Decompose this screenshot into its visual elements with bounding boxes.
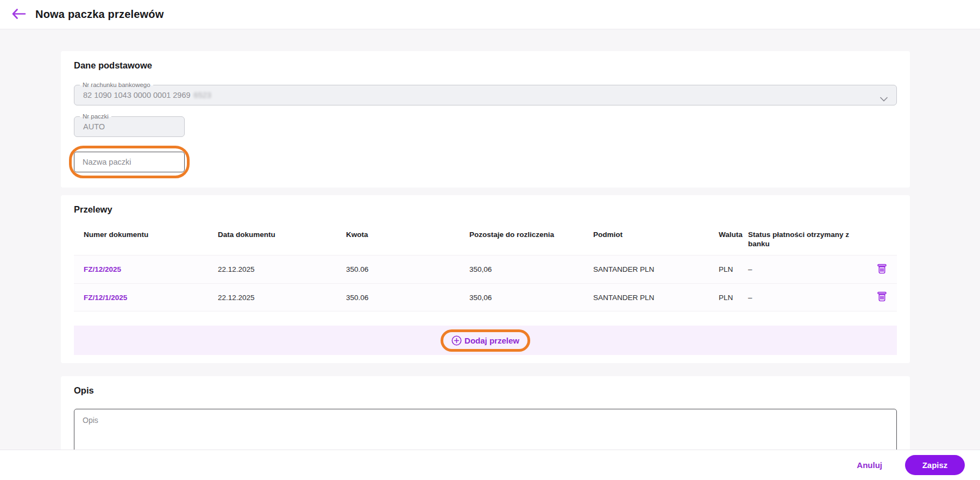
plus-circle-icon — [451, 335, 462, 346]
add-transfer-label: Dodaj przelew — [464, 336, 519, 345]
cancel-button[interactable]: Anuluj — [853, 460, 885, 470]
amount-cell: 350.06 — [346, 294, 469, 302]
back-button[interactable] — [8, 5, 29, 24]
footer-action-bar: Anuluj Zapisz — [0, 450, 980, 480]
status-cell: – — [748, 294, 859, 302]
col-bank-status: Status płatności otrzymany z banku — [748, 230, 859, 248]
back-arrow-icon — [11, 8, 26, 21]
package-name-field-wrapper — [74, 152, 185, 172]
currency-cell: PLN — [719, 294, 748, 302]
transfers-table: Numer dokumentu Data dokumentu Kwota Poz… — [74, 222, 897, 311]
bank-account-select[interactable]: Nr rachunku bankowego 82 1090 1043 0000 … — [74, 85, 897, 105]
col-entity: Podmiot — [593, 230, 719, 239]
col-remaining: Pozostaje do rozliczenia — [469, 230, 593, 239]
col-document-number: Numer dokumentu — [74, 230, 218, 239]
package-number-value: AUTO — [83, 122, 105, 131]
description-heading: Opis — [74, 385, 897, 396]
currency-cell: PLN — [719, 265, 748, 273]
table-row: FZ/12/2025 22.12.2025 350.06 350,06 SANT… — [74, 255, 897, 283]
table-row: FZ/12/1/2025 22.12.2025 350.06 350,06 SA… — [74, 283, 897, 311]
delete-transfer-button[interactable] — [876, 262, 888, 277]
add-transfer-strip: Dodaj przelew — [74, 326, 897, 355]
delete-transfer-button[interactable] — [876, 290, 888, 305]
status-cell: – — [748, 265, 859, 273]
bank-account-blurred-digits: 6523 — [194, 91, 211, 99]
basic-data-card: Dane podstawowe Nr rachunku bankowego 82… — [61, 51, 910, 188]
chevron-down-icon — [880, 94, 888, 104]
remaining-cell: 350,06 — [469, 265, 593, 273]
trash-icon — [877, 291, 887, 304]
remaining-cell: 350,06 — [469, 294, 593, 302]
entity-cell: SANTANDER PLN — [593, 265, 719, 273]
trash-icon — [877, 263, 887, 276]
entity-cell: SANTANDER PLN — [593, 294, 719, 302]
col-amount: Kwota — [346, 230, 469, 239]
transfers-card: Przelewy Numer dokumentu Data dokumentu … — [61, 195, 910, 363]
bank-account-value: 82 1090 1043 0000 0001 29696523 — [83, 91, 211, 99]
save-button[interactable]: Zapisz — [905, 455, 965, 475]
document-link[interactable]: FZ/12/1/2025 — [84, 294, 127, 302]
amount-cell: 350.06 — [346, 265, 469, 273]
add-transfer-button[interactable]: Dodaj przelew — [448, 335, 523, 346]
package-number-label: Nr paczki — [80, 113, 111, 121]
col-document-date: Data dokumentu — [218, 230, 346, 239]
top-bar: Nowa paczka przelewów — [0, 0, 980, 29]
basic-data-heading: Dane podstawowe — [74, 60, 897, 71]
package-name-input[interactable] — [74, 152, 185, 172]
document-date-cell: 22.12.2025 — [218, 265, 346, 273]
transfers-heading: Przelewy — [74, 204, 897, 215]
transfers-table-header: Numer dokumentu Data dokumentu Kwota Poz… — [74, 222, 897, 255]
document-link[interactable]: FZ/12/2025 — [84, 265, 121, 273]
page-title: Nowa paczka przelewów — [35, 8, 164, 21]
col-currency: Waluta — [719, 230, 748, 239]
package-number-field: Nr paczki AUTO — [74, 116, 185, 137]
bank-account-label: Nr rachunku bankowego — [80, 81, 153, 89]
document-date-cell: 22.12.2025 — [218, 294, 346, 302]
